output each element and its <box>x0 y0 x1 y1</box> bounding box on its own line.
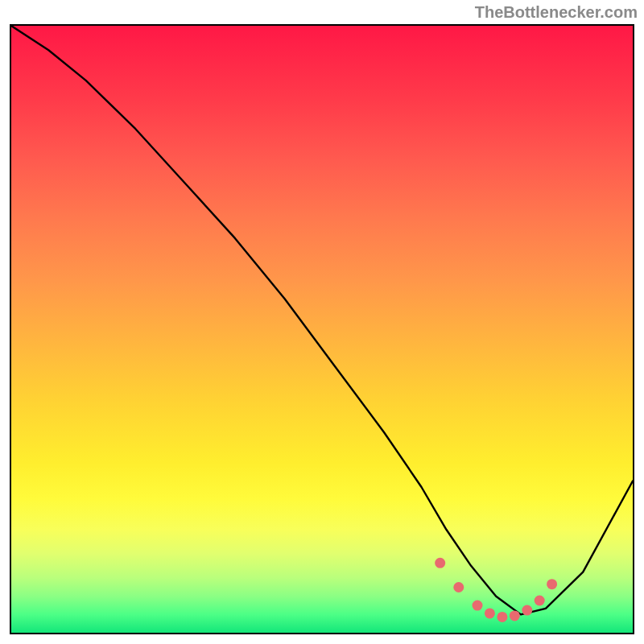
chart-container: TheBottlenecker.com <box>0 0 644 644</box>
attribution-text: TheBottlenecker.com <box>475 3 638 22</box>
optimum-dot <box>473 601 483 611</box>
optimum-dot <box>522 605 532 616</box>
optimum-dot <box>435 558 445 568</box>
curve-layer <box>11 26 633 633</box>
optimum-dot <box>453 582 464 592</box>
optimum-dot <box>497 612 507 622</box>
optimum-dot <box>485 608 495 618</box>
bottleneck-curve <box>11 26 633 614</box>
plot-area <box>10 24 634 634</box>
optimum-dot <box>547 579 557 589</box>
optimum-dots <box>435 558 557 622</box>
optimum-dot <box>535 596 545 606</box>
optimum-dot <box>510 610 520 621</box>
